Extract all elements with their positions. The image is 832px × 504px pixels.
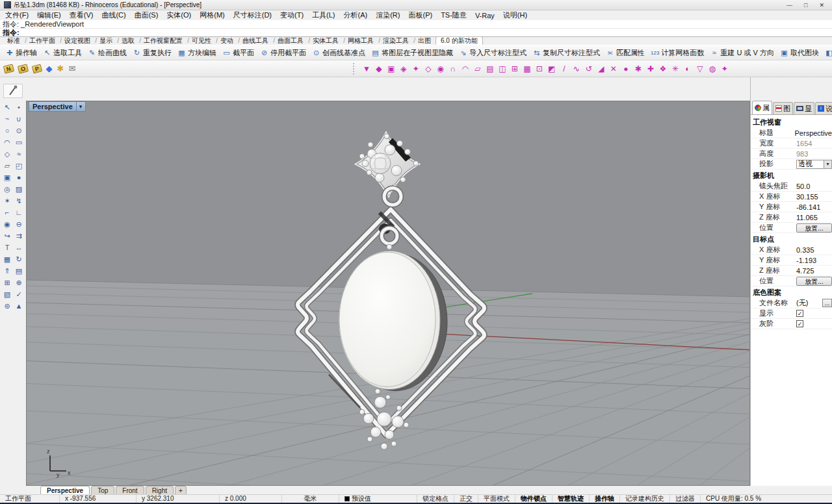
hatch-tool-icon[interactable]: ▧ (2, 289, 13, 300)
arc-tool-icon[interactable]: ◠ (2, 137, 13, 148)
jewelry-tool-icon[interactable]: ❖ (657, 63, 668, 75)
tab-drafting[interactable]: 出图 (413, 37, 436, 45)
match-properties-button[interactable]: ≍匹配属性 (603, 46, 647, 59)
close-icon[interactable]: ✕ (819, 2, 824, 8)
viewport-tab-right[interactable]: Right (146, 486, 174, 494)
boolean-difference-icon[interactable]: ⊖ (14, 219, 25, 230)
rectangle-tool-icon[interactable]: ▭ (14, 137, 25, 148)
target-x-field[interactable]: 0.335 (796, 246, 832, 254)
wallpaper-show-checkbox[interactable] (796, 310, 803, 317)
tab-display[interactable]: 显示 (95, 37, 117, 45)
jewelry-tool-icon[interactable]: ◠ (460, 63, 471, 75)
tag-n-icon[interactable]: N (3, 64, 14, 73)
polygon-tool-icon[interactable]: ◇ (2, 149, 13, 160)
camera-x-field[interactable]: 30.155 (796, 193, 832, 201)
jewelry-tool-icon[interactable]: ▱ (472, 63, 483, 75)
tab-cplane[interactable]: 工作平面 (25, 37, 60, 45)
menu-ts[interactable]: TS-随意 (441, 10, 467, 20)
viewport-canvas[interactable]: z y x (27, 101, 749, 485)
jewelry-tool-icon[interactable]: ✦ (719, 63, 730, 75)
jewelry-tool-icon[interactable]: ◢ (595, 63, 606, 75)
jewelry-tool-icon[interactable]: ◩ (546, 63, 557, 75)
check-tool-icon[interactable]: ✓ (14, 289, 25, 300)
tab-transform[interactable]: 变动 (216, 37, 238, 45)
array-tool-icon[interactable]: ▦ (2, 254, 13, 265)
tab-surface-tools[interactable]: 曲面工具 (273, 37, 308, 45)
units-pane[interactable]: 毫米 (282, 495, 339, 503)
viewport-title-tab[interactable]: Perspective ▾ (29, 101, 86, 112)
smarttrack-toggle[interactable]: 智慧轨迹 (552, 495, 590, 503)
tab-solid-tools[interactable]: 实体工具 (308, 37, 343, 45)
tab-select[interactable]: 选取 (117, 37, 139, 45)
extend-tool-icon[interactable]: ↪ (2, 231, 13, 242)
surface-tool-icon[interactable]: ▱ (2, 160, 13, 171)
jewelry-tool-icon[interactable]: ◐ (682, 63, 693, 75)
bend-tool-icon[interactable]: ↯ (14, 195, 25, 207)
import-dimstyle-button[interactable]: ⇘导入尺寸标注型式 (456, 46, 529, 59)
ortho-toggle[interactable]: 正交 (454, 495, 478, 503)
tab-layers[interactable]: 图 (773, 102, 793, 114)
tag-o-icon[interactable]: O (17, 64, 28, 73)
curve-tool-icon[interactable]: ~ (2, 114, 13, 125)
jewelry-tool-icon[interactable]: ✱ (632, 63, 644, 75)
hide-layer-in-detail-button[interactable]: ▤将图层在子视图里隐藏 (369, 46, 456, 59)
cplane-pane[interactable]: 工作平面 (0, 495, 60, 503)
box-edit-button[interactable]: ▦方块编辑 (175, 46, 219, 59)
ellipse-tool-icon[interactable]: ⊙ (14, 125, 25, 136)
menu-panels[interactable]: 面板(P) (408, 10, 432, 20)
menu-dimension[interactable]: 尺寸标注(D) (233, 10, 272, 20)
jewelry-tool-icon[interactable]: ◈ (398, 63, 409, 75)
envelope-icon[interactable]: ✉ (68, 64, 75, 73)
command-prompt-input[interactable]: 指令: (0, 29, 832, 37)
tab-visibility[interactable]: 可见性 (187, 37, 216, 45)
camera-z-field[interactable]: 11.065 (796, 214, 832, 221)
viewport-menu-caret-icon[interactable]: ▾ (76, 102, 83, 111)
select-tool-icon[interactable]: ↖ (2, 102, 13, 113)
chamfer-tool-icon[interactable]: ∟ (14, 207, 25, 218)
jewelry-tool-icon[interactable]: ⊞ (509, 63, 520, 75)
viewport-tab-perspective[interactable]: Perspective (40, 486, 90, 494)
viewport-tab-top[interactable]: Top (91, 486, 114, 494)
new-viewport-tab-button[interactable]: + (175, 486, 187, 494)
osnap-toggle[interactable]: 物件锁点 (515, 495, 552, 503)
gumball-toggle[interactable]: 操作轴 (590, 495, 620, 503)
jewelry-tool-icon[interactable]: ▽ (694, 63, 705, 75)
control-point-curve-icon[interactable]: ∪ (14, 114, 25, 125)
jewelry-tool-icon[interactable]: ∿ (571, 63, 582, 75)
text-tool-icon[interactable]: T (2, 242, 13, 253)
jewelry-tool-icon[interactable]: ◍ (707, 63, 718, 75)
tab-standard[interactable]: 标准 (3, 37, 25, 45)
point-tool-icon[interactable]: • (14, 102, 25, 113)
chevron-down-icon[interactable]: ▼ (824, 160, 831, 168)
focal-length-field[interactable]: 50.0 (796, 183, 832, 190)
jewelry-tool-icon[interactable]: ▣ (385, 63, 396, 75)
polygon-count-button[interactable]: 123计算网格面数 (648, 46, 707, 59)
menu-analyze[interactable]: 分析(A) (344, 10, 368, 20)
maximize-icon[interactable]: □ (804, 2, 807, 8)
dimension-tool-icon[interactable]: ↔ (14, 242, 25, 253)
menu-view[interactable]: 查看(V) (70, 10, 94, 20)
current-layer-pane[interactable]: 预设值 (339, 495, 417, 503)
menu-render[interactable]: 渲染(R) (376, 10, 400, 20)
tab-display[interactable]: 显 (794, 102, 814, 114)
jewelry-tool-icon[interactable]: ∩ (447, 63, 458, 75)
box-tool-icon[interactable]: ▣ (2, 172, 13, 183)
extrude-tool-icon[interactable]: ⇑ (2, 266, 13, 277)
torus-tool-icon[interactable]: ◎ (2, 184, 13, 195)
jewelry-tool-icon[interactable]: ◆ (373, 63, 384, 75)
selection-tools-button[interactable]: ↖选取工具 (40, 46, 84, 59)
target-y-field[interactable]: -1.193 (796, 257, 832, 264)
boolean-union-icon[interactable]: ◉ (2, 219, 13, 230)
menu-curve[interactable]: 曲线(C) (101, 10, 125, 20)
disable-clipping-plane-button[interactable]: ⊘停用截平面 (257, 46, 309, 59)
gem-icon[interactable]: ◆ (46, 64, 53, 73)
insert-block-icon[interactable]: ⊕ (14, 277, 25, 288)
jewelry-tool-icon[interactable]: ⊡ (534, 63, 545, 75)
grid-snap-toggle[interactable]: 锁定格点 (417, 495, 454, 503)
tab-render-tools[interactable]: 渲染工具 (378, 37, 413, 45)
jewelry-tool-icon[interactable]: ◫ (497, 63, 508, 75)
clipping-plane-button[interactable]: ▭截平面 (220, 46, 257, 59)
jewelry-tool-icon[interactable]: ✚ (645, 63, 656, 75)
explode-tool-icon[interactable]: ✶ (2, 195, 13, 207)
wallpaper-gray-checkbox[interactable] (796, 320, 803, 327)
